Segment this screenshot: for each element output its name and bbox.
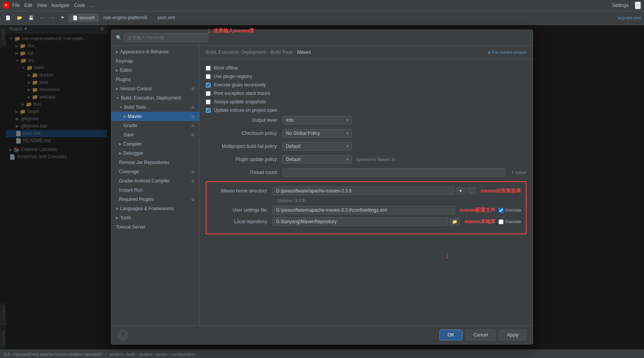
right-panel-label: asycare.proj: [618, 15, 641, 20]
update-indices-checkbox[interactable]: [206, 108, 211, 113]
toolbar-tab[interactable]: 📄 tomcat9: [68, 14, 99, 22]
breadcrumb: Build, Execution, Deployment › Build Too…: [200, 46, 533, 59]
output-level-select-wrapper[interactable]: Info: [282, 116, 352, 124]
user-settings-override-label: Override: [505, 208, 521, 212]
nav-remote-jar[interactable]: Remote Jar Repositories: [111, 158, 199, 167]
user-settings-input[interactable]: [272, 206, 455, 214]
checkbox-always-update: Always update snapshots: [206, 99, 527, 104]
execute-goals-label: Execute goals recursively: [214, 82, 266, 88]
execute-goals-checkbox[interactable]: [206, 83, 211, 88]
apply-button[interactable]: Apply: [499, 330, 527, 340]
checksum-policy-row: Checksum policy: No Global Policy: [206, 129, 527, 138]
toolbar-save-button[interactable]: 💾: [26, 15, 36, 21]
nav-appearance[interactable]: ▶ Appearance & Behavior: [111, 47, 199, 56]
nav-gant[interactable]: Gant ⚙: [111, 130, 199, 139]
nav-keymap[interactable]: Keymap: [111, 56, 199, 66]
cancel-button[interactable]: Cancel: [466, 330, 496, 340]
maven-home-label: Maven home directory:: [211, 188, 272, 194]
maven-home-browse-btn[interactable]: ...: [467, 187, 476, 194]
for-current-project-link[interactable]: ⊕ For current project: [487, 50, 527, 55]
plugin-update-hint: Ignored by Maven 3+: [356, 157, 396, 162]
window-close-button[interactable]: ✕: [635, 2, 641, 9]
toolbar-new-button[interactable]: 📄: [3, 15, 13, 21]
toolbar-open-button[interactable]: 📂: [15, 15, 25, 21]
user-settings-label: User settings file:: [211, 207, 272, 213]
menu-navigate[interactable]: Navigate: [51, 3, 69, 8]
menu-file[interactable]: File: [12, 3, 20, 8]
checksum-policy-select-wrapper[interactable]: No Global Policy: [282, 129, 352, 138]
local-repo-browse-btn[interactable]: 📁: [449, 218, 460, 225]
maven-home-input[interactable]: [272, 187, 454, 195]
plugin-update-policy-row: Plugin update policy: Default Ignored by…: [206, 155, 527, 164]
checkbox-execute-goals: Execute goals recursively: [206, 82, 527, 88]
app-logo: P: [3, 2, 9, 8]
checksum-policy-select[interactable]: No Global Policy: [282, 129, 352, 138]
always-update-checkbox[interactable]: [206, 99, 211, 104]
nav-required-plugins[interactable]: Required Plugins ⚙: [111, 195, 199, 204]
nav-tomcat[interactable]: Tomcat Server: [111, 222, 199, 232]
toolbar-bookmark-button[interactable]: ⚑: [58, 15, 67, 21]
menu-view[interactable]: View: [37, 3, 47, 8]
maven-home-annotation: maven的安装目录: [481, 187, 521, 194]
project-name: rule-engine-platform5: [103, 15, 147, 20]
user-settings-annotation: maven配置文件: [460, 207, 495, 214]
nav-maven[interactable]: ▶ Maven ⚙: [111, 112, 199, 121]
nav-build[interactable]: ▼ Build, Execution, Deployment: [111, 93, 199, 103]
nav-instant-run[interactable]: Instant Run: [111, 186, 199, 195]
output-level-select[interactable]: Info: [282, 116, 352, 124]
nav-editor[interactable]: ▶ Editor: [111, 66, 199, 75]
settings-dialog: 🔍 ↓ 这里输入maven搜 ▶ Appearance & Behavior: [111, 30, 533, 345]
plugin-update-policy-select[interactable]: Default: [282, 155, 352, 164]
checksum-policy-label: Checksum policy:: [206, 131, 282, 136]
toolbar-back-button[interactable]: ←: [38, 15, 46, 21]
tab-label: tomcat9: [79, 15, 94, 20]
file-name: pom.xml: [158, 15, 175, 20]
thread-count-input[interactable]: [282, 168, 505, 177]
dialog-footer: ? OK Cancel Apply: [111, 325, 533, 344]
menu-more[interactable]: ...: [90, 3, 94, 8]
menu-code[interactable]: Code: [74, 3, 85, 8]
multiproject-policy-select[interactable]: Default: [282, 142, 352, 151]
maven-paths-box: Maven home directory: ▼ ... maven的安装目录 (…: [206, 181, 527, 234]
local-repo-input[interactable]: [272, 217, 448, 226]
print-exception-checkbox[interactable]: [206, 91, 211, 96]
nav-debugger[interactable]: ▶ Debugger: [111, 149, 199, 158]
local-repo-row: Local repository: 📁 maven本地库 Override: [211, 217, 521, 226]
output-level-row: Output level: Info: [206, 116, 527, 124]
menu-bar[interactable]: File Edit View Navigate Code ...: [12, 3, 94, 8]
ok-arrow-annotation: ↓: [445, 250, 450, 260]
ok-button[interactable]: OK: [439, 330, 462, 340]
work-offline-checkbox[interactable]: [206, 66, 211, 71]
multiproject-policy-label: Multiproject build fail policy:: [206, 144, 282, 149]
nav-gradle-android[interactable]: Gradle-Android Compiler ⚙: [111, 176, 199, 186]
multiproject-policy-row: Multiproject build fail policy: Default: [206, 142, 527, 151]
status-bar: 319 <groupId>org.apache.maven.plugins</g…: [0, 350, 644, 358]
tab-icon: 📄: [73, 15, 78, 20]
nav-languages[interactable]: ▶ Languages & Frameworks: [111, 204, 199, 213]
toolbar-forward-button[interactable]: →: [48, 15, 57, 21]
use-plugin-registry-checkbox[interactable]: [206, 74, 211, 79]
local-repo-override-checkbox[interactable]: [499, 219, 504, 224]
toolbar: 📄 📂 💾 ← → ⚑ 📄 tomcat9 rule-engine-platfo…: [0, 11, 644, 25]
search-input[interactable]: [124, 33, 208, 42]
nav-compiler[interactable]: ▶ Compiler: [111, 139, 199, 149]
menu-edit[interactable]: Edit: [24, 3, 32, 8]
title-bar: P File Edit View Navigate Code ... Setti…: [0, 0, 644, 11]
settings-nav: ▶ Appearance & Behavior Keymap ▶ Editor: [111, 46, 200, 325]
maven-version-text: (Version: 3.3.9): [211, 198, 521, 203]
nav-gradle[interactable]: Gradle ⚙: [111, 121, 199, 130]
nav-plugins[interactable]: Plugins: [111, 75, 199, 84]
search-annotation-arrow: ↓: [207, 25, 211, 35]
maven-home-dropdown-btn[interactable]: ▼: [456, 187, 466, 194]
nav-vcs[interactable]: ▶ Version Control ⚙: [111, 84, 199, 93]
multiproject-policy-select-wrapper[interactable]: Default: [282, 142, 352, 151]
help-button[interactable]: ?: [117, 330, 128, 340]
checkbox-print-exception: Print exception stack traces: [206, 91, 527, 96]
nav-coverage[interactable]: Coverage ⚙: [111, 167, 199, 176]
plugin-update-policy-select-wrapper[interactable]: Default: [282, 155, 352, 164]
breadcrumb-sep2: ›: [294, 50, 296, 55]
nav-tools[interactable]: ▶ Tools: [111, 213, 199, 222]
nav-build-tools[interactable]: ▼ Build Tools ⚙: [111, 103, 199, 112]
user-settings-override-checkbox[interactable]: [499, 208, 504, 213]
maven-settings-panel: Work offline Use plugin registry Execute…: [200, 59, 533, 267]
